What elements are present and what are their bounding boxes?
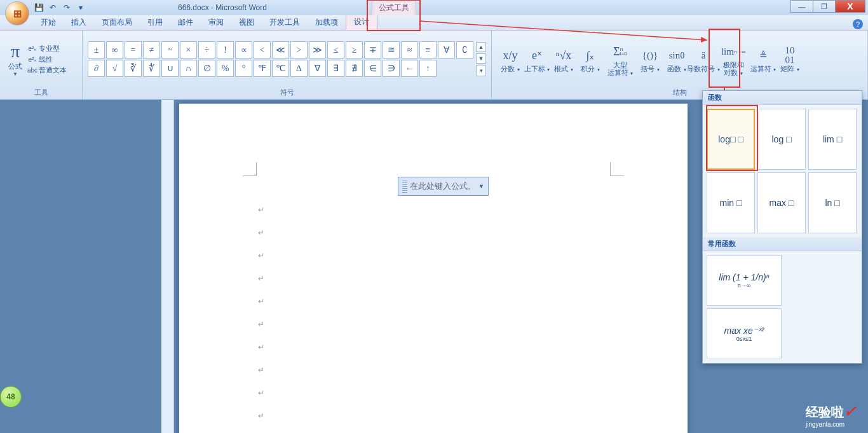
- qat-more-icon[interactable]: ▾: [75, 2, 86, 13]
- struct-icon: ∫ₓ: [587, 45, 595, 65]
- symbol-cell[interactable]: ∛: [125, 60, 142, 77]
- gallery-item-max-xe[interactable]: max xe⁻ˣ² 0≤x≤1: [707, 308, 782, 359]
- paragraph-mark: ↵: [258, 343, 264, 352]
- struct-label: 函数 ▾: [667, 65, 686, 73]
- ime-badge[interactable]: 48: [0, 386, 22, 408]
- symbol-cell[interactable]: ∋: [383, 60, 400, 77]
- struct-函数[interactable]: sinθ 函数 ▾: [663, 45, 690, 73]
- struct-大型运算符[interactable]: Σni=0 大型运算符 ▾: [604, 41, 637, 76]
- gallery-item-log-base[interactable]: log□ □: [707, 109, 755, 170]
- equation-placeholder[interactable]: 在此处键入公式。 ▼: [398, 177, 489, 196]
- symbol-cell[interactable]: ∂: [88, 60, 105, 77]
- symbol-cell[interactable]: °: [235, 60, 252, 77]
- gallery-item-ln[interactable]: ln □: [808, 172, 857, 233]
- struct-上下标[interactable]: eˣ 上下标 ▾: [524, 45, 550, 73]
- qat-save[interactable]: 💾: [33, 2, 44, 13]
- tab-home[interactable]: 开始: [33, 15, 64, 30]
- gallery-item-min[interactable]: min □: [707, 172, 755, 233]
- minimize-button[interactable]: —: [790, 0, 813, 13]
- struct-导数符号[interactable]: ä 导数符号 ▾: [690, 45, 717, 73]
- symbol-cell[interactable]: ∞: [106, 41, 123, 58]
- gallery-item-max[interactable]: max □: [757, 172, 806, 233]
- struct-label: 运算符 ▾: [750, 65, 776, 73]
- symbol-cell[interactable]: ℉: [254, 60, 271, 77]
- symbol-cell[interactable]: ≥: [346, 41, 363, 58]
- context-tab-equation-tools[interactable]: 公式工具: [372, 0, 416, 15]
- tab-references[interactable]: 引用: [140, 15, 170, 30]
- symbol-cell[interactable]: ∝: [235, 41, 252, 58]
- ribbon-tabs: 开始 插入 页面布局 引用 邮件 审阅 视图 开发工具 加载项 设计: [0, 15, 868, 30]
- linear-button[interactable]: e²ₓ线性: [28, 55, 67, 64]
- tab-layout[interactable]: 页面布局: [94, 15, 140, 30]
- symbol-cell[interactable]: ∈: [364, 60, 381, 77]
- equation-button[interactable]: π 公式 ▼: [5, 41, 25, 77]
- symbol-cell[interactable]: ∅: [198, 60, 215, 77]
- symbol-cell[interactable]: ≈: [401, 41, 418, 58]
- symbols-more-icon[interactable]: ▾: [476, 65, 486, 76]
- equation-dropdown-icon[interactable]: ▼: [478, 183, 484, 189]
- struct-分数[interactable]: x/y 分数 ▾: [497, 45, 524, 73]
- equation-handle-icon[interactable]: [402, 180, 407, 193]
- struct-矩阵[interactable]: 1001 矩阵 ▾: [776, 45, 803, 73]
- symbol-cell[interactable]: ≫: [309, 41, 326, 58]
- professional-button[interactable]: e²ₓ专业型: [28, 44, 67, 53]
- office-button[interactable]: ⊞: [5, 1, 29, 25]
- symbol-cell[interactable]: ≅: [383, 41, 400, 58]
- symbol-cell[interactable]: √: [106, 60, 123, 77]
- close-button[interactable]: X: [835, 0, 865, 13]
- tab-insert[interactable]: 插入: [64, 15, 94, 30]
- symbol-cell[interactable]: %: [217, 60, 234, 77]
- titlebar: ⊞ 💾 ↶ ↷ ▾ 666.docx - Microsoft Word 公式工具…: [0, 0, 868, 15]
- gallery-section-common: 常用函数: [703, 237, 862, 251]
- plain-text-button[interactable]: abc普通文本: [28, 65, 67, 75]
- symbol-cell[interactable]: ∀: [438, 41, 455, 58]
- struct-icon: ä: [702, 45, 706, 65]
- symbol-cell[interactable]: !: [217, 41, 234, 58]
- maximize-button[interactable]: ❐: [813, 0, 836, 13]
- symbols-down-icon[interactable]: ▼: [476, 53, 486, 64]
- symbol-cell[interactable]: ≡: [419, 41, 437, 58]
- symbol-cell[interactable]: ∩: [180, 60, 197, 77]
- symbol-cell[interactable]: =: [125, 41, 142, 58]
- symbol-cell[interactable]: ∄: [346, 60, 363, 77]
- symbol-cell[interactable]: ℃: [272, 60, 289, 77]
- symbol-cell[interactable]: ∇: [309, 60, 326, 77]
- symbol-cell[interactable]: ~: [161, 41, 179, 58]
- tab-developer[interactable]: 开发工具: [262, 15, 308, 30]
- gallery-item-lim-e[interactable]: lim (1 + 1/n)ⁿ n→∞: [707, 255, 782, 306]
- tab-mailings[interactable]: 邮件: [170, 15, 201, 30]
- help-icon[interactable]: ?: [853, 19, 863, 29]
- symbol-cell[interactable]: ∓: [364, 41, 381, 58]
- symbols-up-icon[interactable]: ▲: [476, 42, 486, 52]
- symbol-cell[interactable]: ∁: [456, 41, 473, 58]
- symbol-cell[interactable]: ±: [88, 41, 105, 58]
- symbol-cell[interactable]: ∆: [290, 60, 308, 77]
- symbol-cell[interactable]: ∪: [161, 60, 179, 77]
- symbol-cell[interactable]: ≪: [272, 41, 289, 58]
- tab-design[interactable]: 设计: [346, 14, 377, 30]
- tab-view[interactable]: 视图: [231, 15, 262, 30]
- symbol-cell[interactable]: <: [254, 41, 271, 58]
- struct-积分[interactable]: ∫ₓ 积分 ▾: [577, 45, 604, 73]
- symbol-cell[interactable]: >: [290, 41, 308, 58]
- gallery-item-log[interactable]: log □: [757, 109, 806, 170]
- struct-括号[interactable]: {()} 括号 ▾: [637, 45, 663, 73]
- symbol-cell[interactable]: ÷: [198, 41, 215, 58]
- struct-运算符[interactable]: ≜ 运算符 ▾: [750, 45, 776, 73]
- symbol-cell[interactable]: ↑: [419, 60, 437, 77]
- tab-review[interactable]: 审阅: [201, 15, 231, 30]
- symbol-cell[interactable]: ≠: [143, 41, 160, 58]
- page[interactable]: 在此处键入公式。 ▼ ↵↵↵↵↵↵↵↵↵↵↵: [179, 104, 688, 433]
- symbol-cell[interactable]: ≤: [327, 41, 344, 58]
- qat-undo[interactable]: ↶: [47, 2, 58, 13]
- qat-redo[interactable]: ↷: [61, 2, 72, 13]
- tab-addins[interactable]: 加载项: [308, 15, 346, 30]
- paragraph-mark: ↵: [258, 251, 264, 260]
- symbol-cell[interactable]: ←: [401, 60, 418, 77]
- symbol-cell[interactable]: ∃: [327, 60, 344, 77]
- symbol-cell[interactable]: ×: [180, 41, 197, 58]
- symbol-cell[interactable]: ∜: [143, 60, 160, 77]
- struct-根式[interactable]: ⁿ√x 根式 ▾: [550, 45, 577, 73]
- gallery-item-lim[interactable]: lim □: [808, 109, 857, 170]
- struct-极限和对数[interactable]: limn→∞ 极限和对数 ▾: [717, 41, 750, 76]
